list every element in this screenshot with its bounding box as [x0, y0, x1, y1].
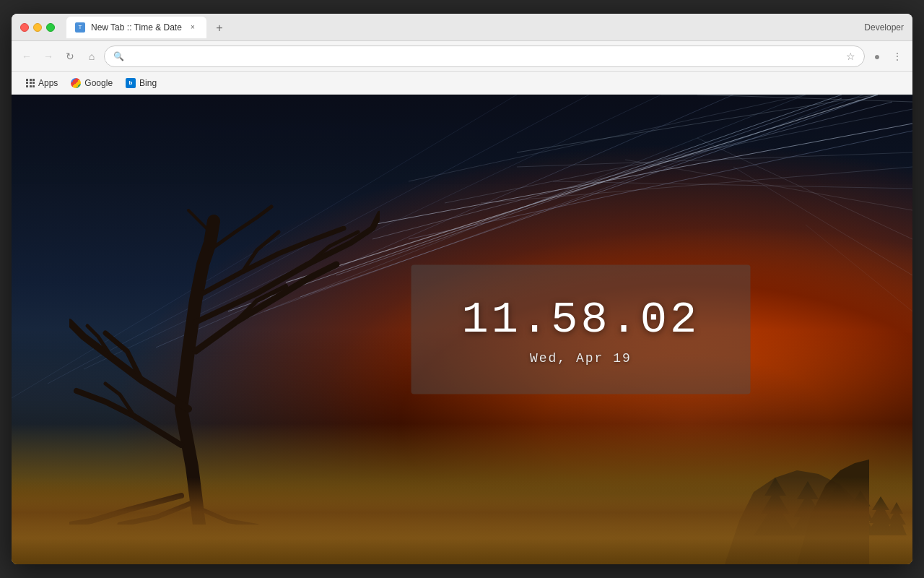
new-tab-button[interactable]: + [209, 18, 230, 38]
maximize-button[interactable] [46, 23, 55, 32]
address-input[interactable] [128, 51, 842, 61]
bookmark-bing[interactable]: b Bing [120, 76, 162, 90]
menu-button[interactable]: ⋮ [888, 47, 907, 66]
tab-close-button[interactable]: × [188, 22, 198, 33]
clock-overlay: 11.58.02 Wed, Apr 19 [411, 265, 751, 394]
svg-line-16 [625, 160, 912, 210]
svg-line-21 [697, 95, 912, 102]
search-icon: 🔍 [113, 51, 124, 61]
extensions-button[interactable]: ● [868, 47, 886, 66]
refresh-button[interactable]: ↻ [61, 47, 79, 66]
home-button[interactable]: ⌂ [82, 47, 101, 66]
bookmarks-bar: Apps Google b Bing [12, 72, 912, 95]
svg-line-22 [697, 138, 912, 239]
tab-bar: T New Tab :: Time & Date × + [66, 17, 858, 38]
bing-icon: b [126, 78, 136, 88]
google-icon [71, 78, 81, 88]
close-button[interactable] [20, 23, 29, 32]
tree-silhouette [69, 192, 380, 525]
tab-title: New Tab :: Time & Date [91, 22, 182, 33]
svg-line-23 [733, 167, 912, 275]
title-bar: T New Tab :: Time & Date × + Developer [12, 14, 912, 41]
clock-time: 11.58.02 [462, 294, 700, 345]
minimize-button[interactable] [33, 23, 42, 32]
nav-right-buttons: ● ⋮ [868, 47, 907, 66]
traffic-lights [20, 23, 55, 32]
google-label: Google [84, 78, 113, 88]
address-bar: 🔍 ☆ [104, 46, 865, 67]
active-tab[interactable]: T New Tab :: Time & Date × [66, 17, 206, 38]
svg-line-13 [409, 95, 806, 181]
forward-button[interactable]: → [39, 47, 58, 66]
bookmark-icon[interactable]: ☆ [846, 51, 855, 62]
svg-line-5 [445, 109, 912, 203]
ground-overlay [12, 478, 912, 564]
tab-favicon: T [75, 22, 85, 33]
clock-date: Wed, Apr 19 [462, 351, 700, 366]
bing-label: Bing [139, 78, 157, 88]
svg-line-9 [517, 152, 912, 167]
apps-grid-icon [26, 79, 35, 87]
back-button[interactable]: ← [17, 47, 36, 66]
developer-button[interactable]: Developer [864, 22, 904, 33]
bookmark-apps[interactable]: Apps [20, 76, 64, 90]
browser-window: T New Tab :: Time & Date × + Developer ←… [12, 14, 912, 564]
nav-bar: ← → ↻ ⌂ 🔍 ☆ ● ⋮ [12, 41, 912, 72]
apps-label: Apps [38, 78, 58, 88]
svg-line-6 [409, 131, 912, 239]
content-area: 11.58.02 Wed, Apr 19 [12, 95, 912, 564]
svg-line-12 [517, 95, 878, 152]
svg-line-18 [372, 124, 912, 225]
svg-line-24 [806, 225, 912, 311]
bookmark-google[interactable]: Google [65, 76, 118, 90]
